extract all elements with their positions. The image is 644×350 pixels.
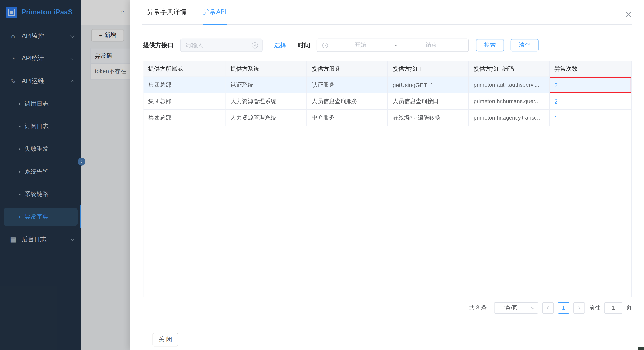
table-row[interactable]: 集团总部 认证系统 认证服务 getUsingGET_1 primeton.au… [143,77,631,93]
filter-bar: 提供方接口 × 选择 时间 开始 - 结束 搜索 清空 [143,39,632,52]
page-size-select[interactable]: 10条/页 [494,302,538,313]
exception-count-link[interactable]: 1 [554,115,558,121]
tabs: 异常字典详情 异常API [142,0,632,25]
column-header: 提供方系统 [226,61,307,77]
start-date-placeholder[interactable]: 开始 [328,42,392,49]
highlighted-count-cell: 2 [550,77,631,93]
table-cell: 人力资源管理系统 [226,93,307,110]
table-cell: getUsingGET_1 [388,77,469,93]
date-range-picker[interactable]: 开始 - 结束 [317,39,469,52]
table-cell: 中介服务 [307,110,388,126]
time-label: 时间 [298,42,310,49]
close-icon[interactable]: × [625,9,632,20]
clear-button[interactable]: 清空 [510,39,538,51]
table-cell: 集团总部 [143,110,226,126]
provider-interface-label: 提供方接口 [143,42,174,49]
drawer-tab-header: 异常字典详情 异常API × [130,0,644,25]
exception-api-table: 提供方所属域 提供方系统 提供方服务 提供方接口 提供方接口编码 异常次数 集团… [143,61,632,297]
modal-overlay[interactable] [0,0,130,350]
range-separator: - [392,42,399,48]
column-header: 提供方所属域 [143,61,226,77]
table-cell: 2 [550,93,631,110]
table-cell: primeton.hr.agency.transc... [468,110,550,126]
tab-exception-dict-detail[interactable]: 异常字典详情 [147,8,186,24]
page-number-button[interactable]: 1 [558,302,569,313]
exception-count-link[interactable]: 2 [554,98,558,105]
goto-page: 前往 页 [589,302,632,313]
select-link[interactable]: 选择 [274,42,286,49]
chevron-right-icon [577,306,580,309]
provider-interface-input[interactable]: × [180,39,262,52]
table-cell: 认证系统 [226,77,307,93]
table-row[interactable]: 集团总部 人力资源管理系统 人员信息查询服务 人员信息查询接口 primeton… [143,93,631,110]
table-cell: 在线编排-编码转换 [388,110,469,126]
end-date-placeholder[interactable]: 结束 [399,42,463,49]
scrollbar-corner [638,347,644,350]
table-cell: 人员信息查询服务 [307,93,388,110]
pagination: 共 3 条 10条/页 1 前往 页 [143,302,632,313]
page-size-value: 10条/页 [499,304,517,311]
table-cell: 1 [550,110,631,126]
table-cell: 认证服务 [307,77,388,93]
column-header: 提供方服务 [307,61,388,77]
table-cell: 人员信息查询接口 [388,93,469,110]
search-button[interactable]: 搜索 [476,39,504,51]
table-cell: 人力资源管理系统 [226,110,307,126]
chevron-left-icon [546,306,550,309]
exception-api-drawer: 异常字典详情 异常API × 提供方接口 × 选择 时间 开始 - 结束 [130,0,644,350]
next-page-button[interactable] [573,302,585,313]
chevron-down-icon [531,305,534,309]
app-root: Primeton iPaaS ⌂ API监控 ◔ API统计 ✎ API运维 [0,0,644,350]
table-cell: primeton.auth.authseervi... [468,77,550,93]
column-header: 提供方接口编码 [468,61,550,77]
clock-icon [322,42,328,48]
table-cell: 集团总部 [143,77,226,93]
column-header: 提供方接口 [388,61,469,77]
table-row[interactable]: 集团总部 人力资源管理系统 中介服务 在线编排-编码转换 primeton.hr… [143,110,631,126]
prev-page-button[interactable] [542,302,554,313]
goto-label: 前往 [589,304,600,311]
goto-page-input[interactable] [604,302,622,313]
column-header: 异常次数 [550,61,631,77]
provider-interface-text-field[interactable] [186,42,252,48]
table-cell: primeton.hr.humans.quer... [468,93,550,110]
total-count-label: 共 3 条 [469,304,487,311]
table-cell: 集团总部 [143,93,226,110]
exception-count-link[interactable]: 2 [554,82,558,88]
clear-input-icon[interactable]: × [252,42,258,48]
close-button[interactable]: 关 闭 [152,333,178,346]
page-unit-label: 页 [626,304,632,311]
tab-exception-api[interactable]: 异常API [203,8,227,24]
table-header-row: 提供方所属域 提供方系统 提供方服务 提供方接口 提供方接口编码 异常次数 [143,61,631,77]
